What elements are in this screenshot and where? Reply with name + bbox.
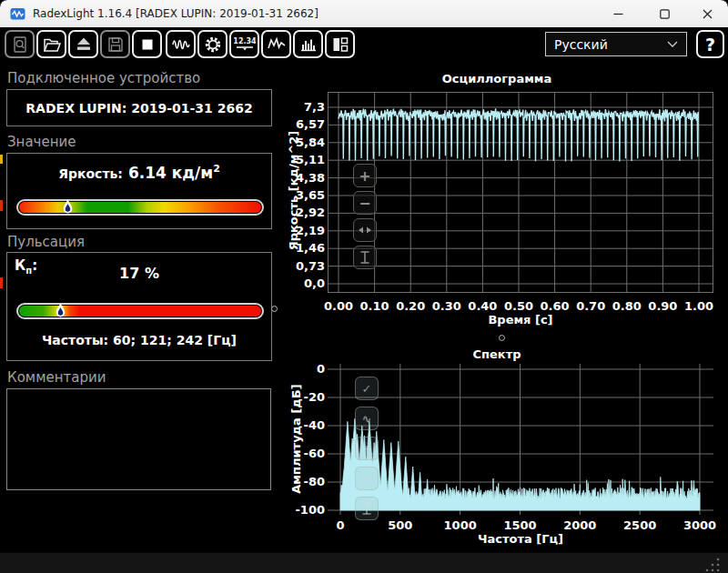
window-title: RadexLight 1.16.4 [RADEX LUPIN: 2019-01-… xyxy=(33,7,318,20)
gear-icon xyxy=(203,35,223,55)
osc-y-tick-label: 0,73 xyxy=(278,259,325,274)
osc-fit-horizontal-button[interactable] xyxy=(353,218,377,242)
osc-y-tick-label: 3,65 xyxy=(278,188,325,203)
osc-x-tick-label: 0.00 xyxy=(320,299,357,314)
device-panel-header: Подключенное устройство xyxy=(7,70,200,86)
chevron-down-icon xyxy=(667,41,678,47)
language-select[interactable]: Русский xyxy=(545,32,687,56)
osc-zoom-out-button[interactable]: − xyxy=(353,191,377,215)
eject-icon xyxy=(74,35,94,55)
status-bar xyxy=(0,552,728,573)
osc-x-tick-label: 0.40 xyxy=(464,299,500,314)
language-select-value: Русский xyxy=(554,37,608,52)
stop-square-icon xyxy=(137,35,157,55)
spec-fit-vertical-button[interactable] xyxy=(355,497,379,520)
spec-y-tick-label: -60 xyxy=(278,447,325,461)
osc-y-tick-label: 0,0 xyxy=(278,276,325,291)
spec-x-tick-label: 2500 xyxy=(622,518,658,533)
spec-zoom-out-button[interactable]: − xyxy=(355,467,379,490)
open-folder-icon xyxy=(42,35,62,55)
brightness-readout: Яркость: 6.14 кд/м2 xyxy=(7,163,271,182)
help-button[interactable]: ? xyxy=(696,30,724,58)
oscillogram-x-axis-label: Время [с] xyxy=(430,313,612,327)
open-button[interactable] xyxy=(36,30,66,58)
brightness-value-text: 6.14 кд/м xyxy=(128,164,213,182)
spec-x-tick-label: 3000 xyxy=(682,518,718,533)
spectrum-plot xyxy=(328,364,713,515)
osc-y-tick-label: 2,92 xyxy=(278,206,325,220)
digits-icon: 12.34 xyxy=(234,35,256,55)
eject-button[interactable] xyxy=(68,30,98,58)
osc-x-tick-label: 0.10 xyxy=(357,299,393,314)
brightness-value: 6.14 кд/м2 xyxy=(128,163,220,182)
brightness-value-sup: 2 xyxy=(213,163,220,175)
save-button[interactable] xyxy=(100,30,130,58)
brightness-label: Яркость: xyxy=(58,166,123,182)
floppy-disk-icon xyxy=(106,35,126,55)
spec-zoom-in-button[interactable]: + xyxy=(355,437,379,460)
chart-splitter-handle[interactable] xyxy=(499,335,505,341)
brightness-scale xyxy=(16,199,264,216)
osc-y-tick-label: 1,46 xyxy=(278,241,325,256)
curve-view-button[interactable] xyxy=(261,30,291,58)
spec-x-tick-label: 1000 xyxy=(442,518,479,533)
osc-x-tick-label: 0.50 xyxy=(500,299,537,314)
layout-view-button[interactable] xyxy=(325,30,355,58)
waveform-icon xyxy=(171,35,191,55)
fit-vertical-icon xyxy=(360,501,373,516)
spec-x-tick-label: 1500 xyxy=(502,518,539,533)
osc-y-tick-label: 5,84 xyxy=(278,136,325,150)
maximize-button[interactable] xyxy=(643,0,685,27)
title-bar: RadexLight 1.16.4 [RADEX LUPIN: 2019-01-… xyxy=(0,0,728,27)
spec-y-tick-label: -20 xyxy=(278,390,325,405)
comments-input[interactable] xyxy=(6,388,271,490)
spec-y-tick-label: 0 xyxy=(278,362,325,377)
kp-value: 17 % xyxy=(7,265,271,282)
spectrum-view-button[interactable] xyxy=(293,30,323,58)
osc-x-tick-label: 0.80 xyxy=(609,299,645,314)
pulsation-marker-droplet-icon xyxy=(56,302,66,322)
spec-x-tick-label: 0 xyxy=(322,518,359,533)
osc-y-tick-label: 5,11 xyxy=(278,153,325,167)
panel-splitter-handle[interactable] xyxy=(271,306,278,312)
help-label: ? xyxy=(705,35,715,55)
close-button[interactable] xyxy=(686,0,728,27)
minimize-button[interactable] xyxy=(597,0,639,27)
brightness-marker-droplet-icon xyxy=(63,198,73,218)
osc-y-tick-label: 4,38 xyxy=(278,171,325,186)
edge-artifact xyxy=(0,200,3,211)
spec-wave-mode-button[interactable]: ∿ xyxy=(355,407,379,430)
osc-zoom-in-button[interactable]: + xyxy=(353,164,377,187)
osc-x-tick-label: 0.30 xyxy=(429,299,465,314)
spec-select-check-button[interactable]: ✓ xyxy=(355,377,379,400)
spec-x-tick-label: 500 xyxy=(382,518,419,533)
value-box: Яркость: 6.14 кд/м2 xyxy=(6,153,272,229)
spectrum-x-axis-label: Частота [Гц] xyxy=(430,532,612,546)
settings-button[interactable] xyxy=(197,30,228,58)
osc-x-tick-label: 0.90 xyxy=(644,299,681,314)
value-panel-header: Значение xyxy=(7,134,76,150)
device-name: RADEX LUPIN: 2019-01-31 2662 xyxy=(7,90,271,126)
spec-x-tick-label: 2000 xyxy=(561,518,598,533)
oscillogram-view-button[interactable] xyxy=(166,30,196,58)
osc-x-tick-label: 0.20 xyxy=(392,299,429,314)
spec-y-tick-label: -80 xyxy=(278,475,325,489)
oscillogram-title: Осциллограмма xyxy=(278,72,716,85)
toolbar: 12.34 xyxy=(0,27,728,64)
osc-y-tick-label: 7,3 xyxy=(278,100,325,115)
stop-button[interactable] xyxy=(132,30,162,58)
frequencies-text: Частоты: 60; 121; 242 [Гц] xyxy=(7,333,271,347)
osc-fit-vertical-button[interactable] xyxy=(353,246,377,269)
magnifier-document-icon xyxy=(10,35,30,55)
numeric-display-button[interactable]: 12.34 xyxy=(229,30,259,58)
osc-x-tick-label: 0.60 xyxy=(537,299,573,314)
edge-artifact xyxy=(0,277,3,288)
preview-button[interactable] xyxy=(5,30,35,58)
fit-horizontal-icon xyxy=(358,225,372,236)
device-box: RADEX LUPIN: 2019-01-31 2662 xyxy=(6,89,272,126)
app-icon xyxy=(10,7,25,21)
resize-grip[interactable] xyxy=(701,555,721,573)
brightness-gradient xyxy=(19,202,261,213)
svg-text:12.34: 12.34 xyxy=(234,37,256,45)
comments-panel-header: Комментарии xyxy=(7,369,106,386)
